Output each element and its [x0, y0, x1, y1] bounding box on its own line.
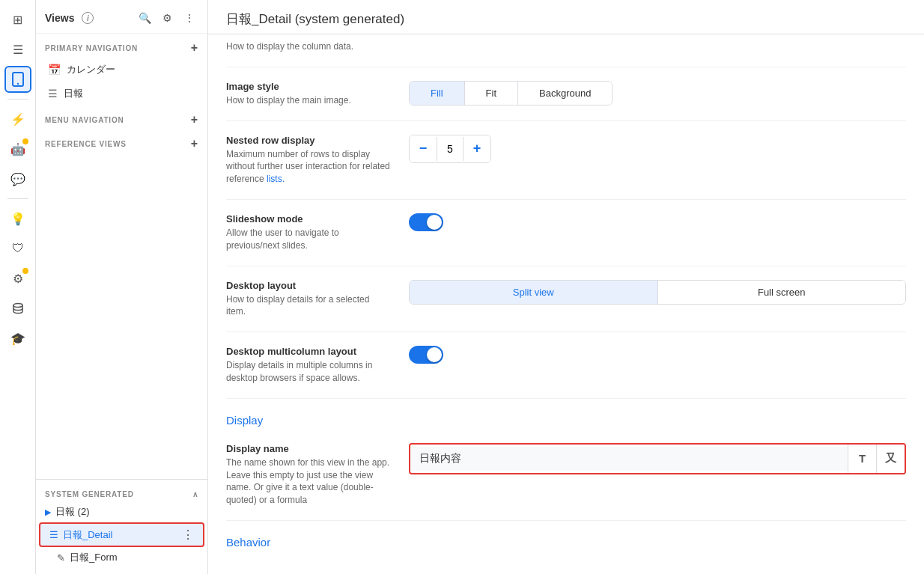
page-title: 日報_Detail (system generated)	[226, 10, 906, 28]
reference-views-label: REFERENCE VIEWS +	[36, 129, 207, 153]
sidebar-header-icons: 🔍 ⚙ ⋮	[136, 9, 198, 27]
main-content: How to display the column data. Image st…	[208, 34, 924, 574]
display-name-btn-t[interactable]: T	[848, 445, 876, 473]
seg-btn-fill[interactable]: Fill	[410, 82, 464, 105]
slideshow-title: Slideshow mode	[226, 213, 391, 225]
info-icon[interactable]: i	[82, 12, 94, 24]
detail-list-icon: ☰	[49, 529, 58, 540]
setting-row-image-style: Image style How to display the main imag…	[226, 67, 906, 121]
divider-1	[7, 99, 28, 100]
search-icon[interactable]: 🔍	[136, 9, 154, 27]
add-reference-views[interactable]: +	[191, 137, 198, 150]
seg-btn-background[interactable]: Background	[517, 82, 612, 105]
robot-icon[interactable]: 🤖	[4, 135, 31, 162]
gear-badge	[22, 268, 28, 274]
desktop-layout-title: Desktop layout	[226, 280, 391, 291]
robot-badge	[22, 138, 28, 144]
stepper-minus[interactable]: −	[410, 135, 437, 162]
add-menu-nav[interactable]: +	[191, 113, 198, 126]
icon-bar: ⊞ ☰ ⚡ 🤖 💬 💡 🛡 ⚙ 🎓	[0, 0, 36, 574]
display-name-btn-formula[interactable]: 又	[876, 445, 905, 473]
tree-arrow-icon: ▶	[45, 507, 51, 517]
tree-item-nippo-form[interactable]: ✎ 日報_Form	[36, 547, 207, 568]
setting-label-desktop-layout: Desktop layout How to display details fo…	[226, 280, 391, 319]
setting-control-image-style: Fill Fit Background	[409, 81, 906, 106]
sidebar-item-calendar[interactable]: 📅 カレンダー	[39, 58, 204, 82]
grad-icon[interactable]: 🎓	[4, 325, 31, 352]
nested-row-desc: Maximum number of rows to display withou…	[226, 148, 391, 186]
multicolumn-title: Desktop multicolumn layout	[226, 346, 391, 357]
setting-row-column-display: How to display the column data.	[226, 34, 906, 67]
setting-control-desktop-layout: Split view Full screen	[409, 280, 906, 305]
multi-toggle-thumb	[427, 347, 442, 362]
tree-nippo-form-label: 日報_Form	[70, 551, 118, 564]
menu-nav-label: MENU NAVIGATION +	[36, 106, 207, 129]
tree-nippo-detail-label: 日報_Detail	[63, 528, 112, 542]
sidebar-item-nippo[interactable]: ☰ 日報	[39, 82, 204, 106]
settings-icon[interactable]: ⚙	[158, 9, 176, 27]
setting-row-slideshow: Slideshow mode Allow the user to navigat…	[226, 200, 906, 266]
svg-point-2	[13, 304, 22, 308]
form-edit-icon: ✎	[57, 552, 65, 564]
seg-btn-fit[interactable]: Fit	[464, 82, 517, 105]
main-header: 日報_Detail (system generated)	[208, 0, 924, 34]
shield-icon[interactable]: 🛡	[4, 235, 31, 262]
sidebar: Views i 🔍 ⚙ ⋮ PRIMARY NAVIGATION + 📅 カレン…	[36, 0, 208, 574]
toggle-track	[409, 213, 443, 231]
image-style-desc: How to display the main image.	[226, 94, 391, 107]
sidebar-title-text: Views	[45, 12, 74, 24]
seg-btn-split-view[interactable]: Split view	[410, 281, 657, 304]
nippo-label: 日報	[64, 87, 83, 100]
setting-label-image-style: Image style How to display the main imag…	[226, 81, 391, 107]
multi-toggle-track	[409, 346, 443, 364]
nested-row-title: Nested row display	[226, 135, 391, 146]
slideshow-desc: Allow the user to navigate to previous/n…	[226, 227, 391, 252]
main-panel: 日報_Detail (system generated) How to disp…	[208, 0, 924, 574]
system-generated-label: SYSTEM GENERATED ∧	[36, 486, 207, 501]
gear-icon[interactable]: ⚙	[4, 265, 31, 292]
stepper-value: 5	[437, 137, 463, 161]
add-primary-nav[interactable]: +	[191, 41, 198, 55]
setting-control-nested-row: − 5 +	[409, 135, 906, 163]
multicolumn-toggle[interactable]	[409, 346, 443, 364]
more-icon[interactable]: ⋮	[180, 9, 198, 27]
lightning-icon[interactable]: ⚡	[4, 106, 31, 132]
nippo-list-icon: ☰	[48, 88, 58, 100]
seg-btn-full-screen[interactable]: Full screen	[657, 281, 906, 304]
dots-menu-icon[interactable]: ⋮	[182, 528, 194, 542]
setting-label-nested-row: Nested row display Maximum number of row…	[226, 135, 391, 186]
chat-icon[interactable]: 💬	[4, 165, 31, 192]
image-style-title: Image style	[226, 81, 391, 92]
display-name-input[interactable]	[410, 447, 848, 471]
tree-item-nippo-detail[interactable]: ☰ 日報_Detail ⋮	[39, 522, 204, 547]
desktop-layout-desc: How to display details for a selected it…	[226, 293, 391, 319]
grid-icon[interactable]: ⊞	[4, 6, 31, 33]
slideshow-toggle[interactable]	[409, 213, 443, 231]
behavior-section-heading: Behavior	[226, 521, 906, 552]
image-style-segmented: Fill Fit Background	[409, 81, 613, 106]
list-icon[interactable]: ☰	[4, 36, 31, 63]
setting-label-display-name: Display name The name shown for this vie…	[226, 443, 391, 507]
multicolumn-desc: Display details in multiple columns in d…	[226, 359, 391, 385]
calendar-label: カレンダー	[67, 63, 115, 76]
svg-point-1	[16, 83, 18, 85]
desktop-layout-segmented: Split view Full screen	[409, 280, 906, 305]
divider-2	[7, 198, 28, 199]
mobile-icon[interactable]	[4, 66, 31, 93]
display-name-wrapper: T 又	[409, 443, 906, 474]
setting-label-column-display: How to display the column data.	[226, 40, 391, 53]
nested-row-stepper: − 5 +	[409, 135, 491, 163]
toggle-thumb	[427, 215, 442, 230]
bulb-icon[interactable]: 💡	[4, 205, 31, 232]
sidebar-title: Views i	[45, 12, 94, 24]
setting-control-display-name: T 又	[409, 443, 906, 474]
stepper-plus[interactable]: +	[463, 135, 490, 162]
tree-item-nippo[interactable]: ▶ 日報 (2)	[36, 501, 207, 522]
db-icon[interactable]	[4, 295, 31, 322]
setting-desc-column-display: How to display the column data.	[226, 40, 391, 53]
setting-row-display-name: Display name The name shown for this vie…	[226, 430, 906, 521]
setting-row-multicolumn: Desktop multicolumn layout Display detai…	[226, 332, 906, 399]
collapse-system-gen[interactable]: ∧	[192, 490, 198, 498]
sidebar-bottom: SYSTEM GENERATED ∧ ▶ 日報 (2) ☰ 日報_Detail …	[36, 479, 207, 574]
calendar-icon: 📅	[48, 64, 61, 76]
